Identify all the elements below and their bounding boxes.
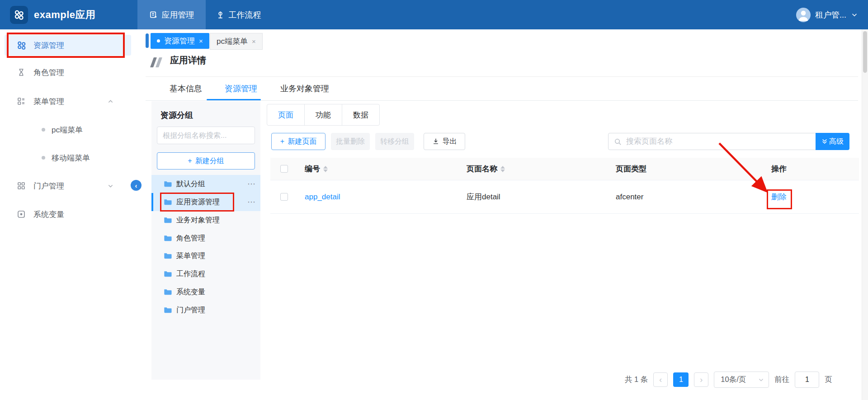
hourglass-icon <box>16 68 26 77</box>
row-checkbox[interactable] <box>280 193 288 201</box>
batch-delete-button[interactable]: 批量删除 <box>331 133 370 150</box>
bullet-dot <box>42 128 45 132</box>
group-item-label: 系统变量 <box>176 287 205 297</box>
chevron-down-icon <box>758 377 764 383</box>
tab-resource-management[interactable]: 资源管理 <box>225 77 257 100</box>
group-item[interactable]: 菜单管理 <box>151 247 260 265</box>
grid-icon <box>16 41 26 50</box>
page-search-input[interactable] <box>625 136 816 146</box>
advanced-search-button[interactable]: 高级 <box>816 133 849 150</box>
advanced-label: 高级 <box>829 137 844 146</box>
workspace-tab-label: pc端菜单 <box>217 36 248 47</box>
topnav-app-management[interactable]: 应用管理 <box>137 0 206 29</box>
more-icon[interactable]: ⋯ <box>247 197 256 207</box>
topnav-workflow[interactable]: 工作流程 <box>206 0 271 29</box>
pagination: 共 1 条 ‹ 1 › 10条/页 前往 页 <box>625 372 832 388</box>
sidebar: 资源管理 角色管理 菜单管理 pc端菜单 <box>0 29 136 400</box>
sidebar-collapse-button[interactable]: ‹ <box>131 180 142 191</box>
group-item-label: 角色管理 <box>176 234 205 243</box>
prev-page-button[interactable]: ‹ <box>653 372 668 387</box>
select-all-checkbox[interactable] <box>280 165 288 173</box>
selected-indicator-bar <box>151 193 153 211</box>
current-page-button[interactable]: 1 <box>673 372 689 387</box>
sidebar-item-resource-management[interactable]: 资源管理 <box>5 35 131 56</box>
folder-icon <box>164 198 172 206</box>
sidebar-item-portal-management[interactable]: 门户管理 <box>5 175 131 196</box>
top-bar: example应用 应用管理 工作流程 <box>0 0 868 29</box>
close-icon[interactable]: × <box>252 38 256 45</box>
scrollbar-thumb[interactable] <box>863 31 867 73</box>
page-size-select[interactable]: 10条/页 <box>714 372 769 388</box>
group-item[interactable]: 业务对象管理 <box>151 211 260 229</box>
group-item-default[interactable]: 默认分组 ⋯ <box>151 175 260 193</box>
folder-icon <box>164 216 172 224</box>
folder-icon <box>164 180 172 188</box>
tab-data[interactable]: 数据 <box>342 104 379 125</box>
tab-business-object[interactable]: 业务对象管理 <box>280 77 329 100</box>
sidebar-item-role-management[interactable]: 角色管理 <box>5 62 131 83</box>
group-item-label: 应用资源管理 <box>176 198 220 207</box>
tab-functions[interactable]: 功能 <box>305 104 342 125</box>
folder-icon <box>164 306 172 314</box>
resource-group-panel: 资源分组 + 新建分组 默认分组 ⋯ 应用资源管理 ⋯ <box>151 101 260 380</box>
menu-grid-icon <box>16 97 26 106</box>
user-menu[interactable]: 租户管... <box>796 0 858 29</box>
plus-icon: + <box>188 157 192 165</box>
group-item[interactable]: 工作流程 <box>151 265 260 283</box>
group-item-label: 门户管理 <box>176 306 205 315</box>
chevron-up-icon <box>107 98 114 105</box>
column-header-type: 页面类型 <box>616 158 646 180</box>
page-title: 应用详情 <box>170 54 206 66</box>
chevron-down-icon <box>851 11 858 19</box>
new-page-label: 新建页面 <box>288 137 316 146</box>
table-row: app_detail 应用detail afcenter 删除 <box>270 180 859 214</box>
tab-basic-info[interactable]: 基本信息 <box>170 77 202 100</box>
avatar <box>796 8 811 22</box>
sidebar-item-label: 资源管理 <box>33 40 64 51</box>
folder-icon <box>164 235 172 242</box>
page-code-link[interactable]: app_detail <box>305 180 340 213</box>
close-icon[interactable]: × <box>199 37 203 45</box>
more-icon[interactable]: ⋯ <box>247 179 256 189</box>
user-name: 租户管... <box>815 9 846 20</box>
active-tab-underline <box>207 99 261 100</box>
group-search-input[interactable] <box>157 127 255 144</box>
new-group-button[interactable]: + 新建分组 <box>157 152 255 169</box>
vertical-scrollbar[interactable] <box>862 29 868 400</box>
workspace-tab-resource[interactable]: 资源管理 × <box>151 33 209 49</box>
transfer-group-button[interactable]: 转移分组 <box>375 133 414 150</box>
goto-label: 前往 <box>774 375 789 385</box>
sidebar-item-menu-management[interactable]: 菜单管理 <box>5 91 131 112</box>
sort-icon[interactable] <box>500 166 505 172</box>
total-count: 共 1 条 <box>625 375 648 385</box>
person-icon <box>796 8 811 22</box>
group-item[interactable]: 角色管理 <box>151 229 260 247</box>
main-content: 资源管理 × pc端菜单 × 应用详情 基本信息 资源管理 业务对象管理 资源分… <box>136 29 868 400</box>
logo-icon <box>13 9 25 21</box>
group-item-label: 业务对象管理 <box>176 216 220 225</box>
sidebar-subitem-mobile-menu[interactable]: 移动端菜单 <box>5 147 131 168</box>
page-unit-label: 页 <box>825 375 832 385</box>
delete-link[interactable]: 删除 <box>771 180 787 213</box>
slashes-icon <box>152 57 160 67</box>
sidebar-subitem-pc-menu[interactable]: pc端菜单 <box>5 119 131 140</box>
workflow-icon <box>216 10 225 19</box>
sort-icon[interactable] <box>323 166 328 172</box>
tabstrip-accent-bar <box>146 33 149 48</box>
folder-icon <box>164 288 172 296</box>
group-item-app-resource[interactable]: 应用资源管理 ⋯ <box>151 193 260 211</box>
group-item[interactable]: 门户管理 <box>151 301 260 319</box>
sidebar-item-system-variables[interactable]: 系统变量 <box>5 204 131 225</box>
column-header-name[interactable]: 页面名称 <box>467 158 505 180</box>
next-page-button[interactable]: › <box>694 372 708 387</box>
export-button[interactable]: 导出 <box>424 133 465 150</box>
goto-page-input[interactable] <box>795 372 819 388</box>
workspace-tab-pc-menu[interactable]: pc端菜单 × <box>210 33 263 50</box>
column-header-code[interactable]: 编号 <box>305 158 328 180</box>
group-item[interactable]: 系统变量 <box>151 283 260 301</box>
bullet-dot <box>42 156 45 160</box>
group-panel-title: 资源分组 <box>160 110 193 121</box>
topnav-label: 工作流程 <box>229 9 261 20</box>
new-page-button[interactable]: + 新建页面 <box>271 133 326 150</box>
tab-pages[interactable]: 页面 <box>267 104 305 125</box>
